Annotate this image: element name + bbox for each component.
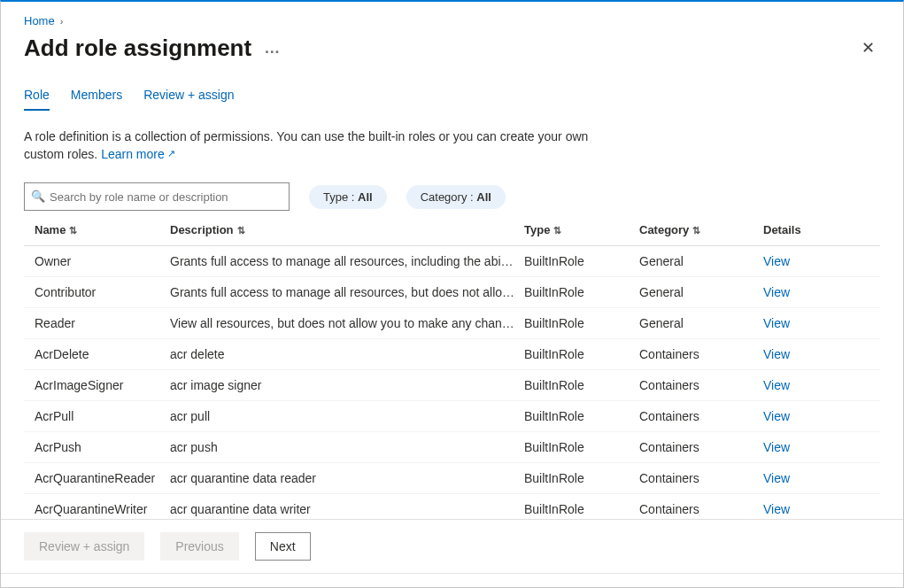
cell-name: AcrQuarantineWriter [24,502,170,516]
cell-type: BuiltInRole [524,316,639,330]
cell-description: acr quarantine data reader [170,471,524,485]
view-details-link[interactable]: View [763,254,790,268]
sort-icon: ⇅ [692,225,700,236]
table-header: Name⇅ Description⇅ Type⇅ Category⇅ Detai… [24,223,880,246]
cell-name: AcrPush [24,440,170,454]
filter-category[interactable]: Category : All [406,185,506,209]
table-row[interactable]: OwnerGrants full access to manage all re… [24,246,880,277]
cell-category: General [639,285,763,299]
external-link-icon: ↗ [165,148,175,159]
cell-type: BuiltInRole [524,285,639,299]
view-details-link[interactable]: View [763,440,790,454]
horizontal-scrollbar[interactable] [1,573,903,587]
cell-type: BuiltInRole [524,254,639,268]
table-row[interactable]: AcrQuarantineWriteracr quarantine data w… [24,494,880,519]
tab-review-assign[interactable]: Review + assign [143,88,234,111]
view-details-link[interactable]: View [763,471,790,485]
cell-description: acr delete [170,347,524,361]
tab-members[interactable]: Members [71,88,122,111]
cell-type: BuiltInRole [524,502,639,516]
view-details-link[interactable]: View [763,409,790,423]
cell-type: BuiltInRole [524,347,639,361]
cell-description: Grants full access to manage all resourc… [170,285,524,299]
filter-type[interactable]: Type : All [309,185,387,209]
search-icon: 🔍 [31,190,45,203]
cell-type: BuiltInRole [524,409,639,423]
sort-icon: ⇅ [69,225,77,236]
close-button[interactable]: ✕ [856,33,880,63]
cell-category: Containers [639,440,763,454]
cell-description: Grants full access to manage all resourc… [170,254,524,268]
breadcrumb: Home › [24,14,880,27]
col-header-details: Details [763,223,834,236]
cell-name: AcrDelete [24,347,170,361]
cell-name: AcrPull [24,409,170,423]
view-details-link[interactable]: View [763,285,790,299]
description-text: A role definition is a collection of per… [24,128,591,163]
cell-description: acr push [170,440,524,454]
page-title-text: Add role assignment [24,35,251,62]
table-row[interactable]: AcrImageSigneracr image signerBuiltInRol… [24,370,880,401]
view-details-link[interactable]: View [763,347,790,361]
cell-category: General [639,254,763,268]
table-row[interactable]: ReaderView all resources, but does not a… [24,308,880,339]
cell-description: acr image signer [170,378,524,392]
more-menu-icon[interactable]: … [264,39,281,58]
cell-category: Containers [639,409,763,423]
next-button[interactable]: Next [255,532,311,561]
learn-more-link[interactable]: Learn more ↗ [101,147,175,161]
page-title: Add role assignment … [24,35,281,62]
review-assign-button: Review + assign [24,532,144,561]
view-details-link[interactable]: View [763,502,790,516]
table-row[interactable]: ContributorGrants full access to manage … [24,277,880,308]
cell-type: BuiltInRole [524,378,639,392]
table-row[interactable]: AcrPushacr pushBuiltInRoleContainersView [24,432,880,463]
search-input[interactable] [24,182,290,211]
col-header-type[interactable]: Type⇅ [524,223,639,236]
tab-role[interactable]: Role [24,88,50,111]
cell-name: Owner [24,254,170,268]
cell-description: View all resources, but does not allow y… [170,316,524,330]
table-row[interactable]: AcrQuarantineReaderacr quarantine data r… [24,463,880,494]
cell-type: BuiltInRole [524,440,639,454]
breadcrumb-home[interactable]: Home [24,14,55,27]
cell-name: Contributor [24,285,170,299]
view-details-link[interactable]: View [763,316,790,330]
table-row[interactable]: AcrDeleteacr deleteBuiltInRoleContainers… [24,339,880,370]
cell-category: Containers [639,347,763,361]
cell-category: Containers [639,378,763,392]
cell-description: acr quarantine data writer [170,502,524,516]
col-header-description[interactable]: Description⇅ [170,223,524,236]
cell-description: acr pull [170,409,524,423]
col-header-category[interactable]: Category⇅ [639,223,763,236]
col-header-name[interactable]: Name⇅ [24,223,170,236]
cell-category: Containers [639,471,763,485]
chevron-right-icon: › [60,16,64,27]
cell-category: General [639,316,763,330]
view-details-link[interactable]: View [763,378,790,392]
cell-name: AcrImageSigner [24,378,170,392]
previous-button: Previous [160,532,238,561]
sort-icon: ⇅ [237,225,245,236]
close-icon: ✕ [862,39,875,57]
cell-name: Reader [24,316,170,330]
sort-icon: ⇅ [553,225,561,236]
table-row[interactable]: AcrPullacr pullBuiltInRoleContainersView [24,401,880,432]
cell-category: Containers [639,502,763,516]
cell-type: BuiltInRole [524,471,639,485]
cell-name: AcrQuarantineReader [24,471,170,485]
